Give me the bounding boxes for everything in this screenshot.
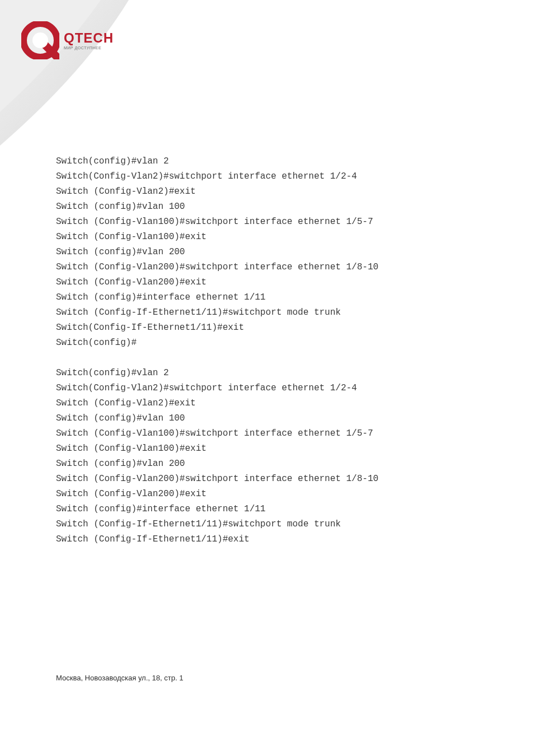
svg-point-1 xyxy=(32,32,48,48)
page-content: Switch(config)#vlan 2 Switch(Config-Vlan… xyxy=(56,154,500,547)
logo-tagline: МИР ДОСТУПНЕЕ xyxy=(64,46,114,50)
code-block-2: Switch(config)#vlan 2 Switch(Config-Vlan… xyxy=(56,366,500,547)
logo-wordmark: QTECH xyxy=(64,31,114,45)
code-block-1: Switch(config)#vlan 2 Switch(Config-Vlan… xyxy=(56,154,500,351)
logo-text: QTECH МИР ДОСТУПНЕЕ xyxy=(64,31,114,50)
brand-logo: QTECH МИР ДОСТУПНЕЕ xyxy=(21,21,114,59)
footer-address: Москва, Новозаводская ул., 18, стр. 1 xyxy=(56,674,183,682)
logo-mark-icon xyxy=(21,21,59,59)
